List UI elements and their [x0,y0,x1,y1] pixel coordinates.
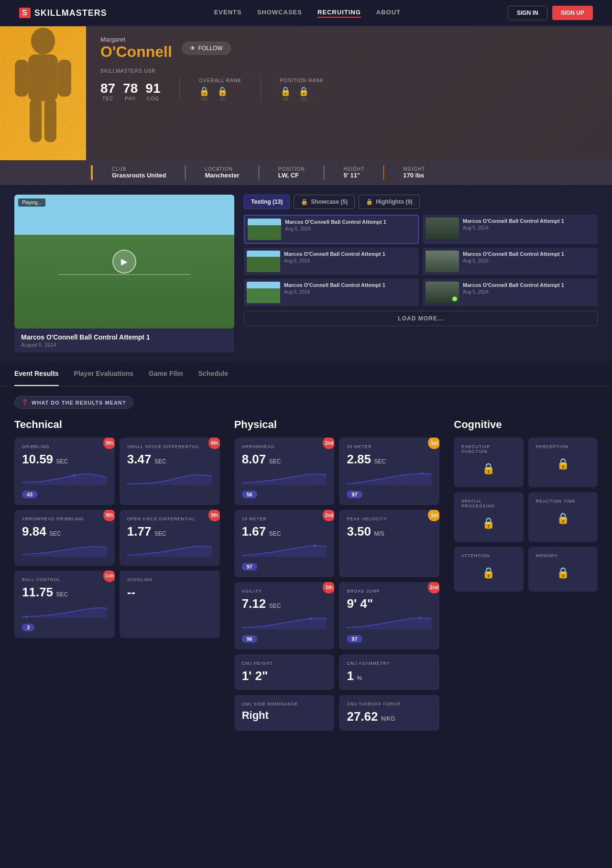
thumb-img-5 [426,282,459,303]
us-label-pos: US [280,97,291,101]
20meter-value: 2.85 [347,452,371,466]
thumb-item-4[interactable]: Marcos O'Connell Ball Control Attempt 1 … [244,279,419,306]
agility-value: 7.12 [242,596,266,611]
20meter-percentile: 97 [347,491,362,498]
ca-label-overall: CA [217,97,228,101]
eye-icon: 👁 [190,45,196,52]
signup-button[interactable]: SIGN UP [552,6,593,20]
memory-lock: 🔒 [536,561,590,585]
tab-testing[interactable]: Testing (13) [244,195,290,209]
20meter-value-row: 2.85 SEC [347,452,432,467]
thumb-item-1[interactable]: Marcos O'Connell Ball Control Attempt 1 … [423,215,598,244]
metric-open-field: 9th OPEN FIELD DIFFERENTIAL 1.77 SEC [120,510,220,566]
arrowhead-unit: SEC [269,458,281,465]
thumb-title-4: Marcos O'Connell Ball Control Attempt 1 [284,282,416,288]
overall-rank-items: 🔒 US 🔒 CA [199,86,241,101]
rank-badge-20meter: 1st [428,438,439,449]
dribbling-chart [22,471,107,485]
thumb-item-3[interactable]: Marcos O'Connell Ball Control Attempt 1 … [423,248,598,275]
cognitive-title: Cognitive [454,418,598,431]
tab-highlights[interactable]: 🔒 Highlights (9) [359,195,420,209]
lock-icon-showcase: 🔒 [301,198,308,205]
thumb-title-0: Marcos O'Connell Ball Control Attempt 1 [285,219,415,225]
us-label-overall: US [199,97,209,101]
perception-label: PERCEPTION [536,444,590,449]
perception-lock: 🔒 [536,452,590,476]
cog-value: 91 [145,81,160,96]
rank-badge-arrowhead: 2nd [323,438,334,449]
attention-lock: 🔒 [461,561,515,585]
cmj-height-label: CMJ HEIGHT [242,661,327,666]
video-player[interactable]: Playing... ▶ [14,195,234,329]
thumb-item-0[interactable]: Marcos O'Connell Ball Control Attempt 1 … [244,215,419,244]
hero-banner: Margaret O'Connell 👁 FOLLOW SKILLMASTERS… [0,26,612,185]
peak-velocity-value: 3.50 [347,524,371,538]
nav-events[interactable]: EVENTS [214,9,242,18]
overall-rank-label: OVERALL RANK [199,78,241,83]
follow-button[interactable]: 👁 FOLLOW [182,42,231,55]
signin-button[interactable]: SIGN IN [508,6,547,20]
metric-10meter: 2nd 10 METER 1.67 SEC 97 [234,510,335,577]
thumb-info-3: Marcos O'Connell Ball Control Attempt 1 … [463,251,595,264]
tab-schedule[interactable]: Schedule [198,362,228,386]
rank-badge-dribbling: 9th [103,438,115,449]
lock-icon-ca-pos: 🔒 [298,86,309,97]
thumb-item-2[interactable]: Marcos O'Connell Ball Control Attempt 1 … [244,248,419,275]
what-means-label: WHAT DO THE RESULTS MEAN? [32,400,126,406]
video-title: Marcos O'Connell Ball Control Attempt 1 [21,333,228,341]
dribbling-value: 10.59 [22,452,53,466]
physical-title: Physical [234,418,440,431]
20meter-chart [347,471,432,485]
cmj-side-value: Right [242,709,269,721]
thumb-img-4 [247,282,280,303]
svg-point-7 [25,615,28,618]
cmj-asymmetry-value-row: 1 % [347,669,432,683]
dribbling-unit: SEC [56,458,68,465]
dribbling-label: DRIBBLING [22,444,107,449]
rank-ca: 🔒 CA [217,86,228,101]
nav-recruiting[interactable]: RECRUITING [317,9,361,18]
thumb-img-2 [247,251,280,272]
10meter-chart [242,543,327,557]
video-main: Playing... ▶ Marcos O'Connell Ball Contr… [14,195,234,352]
tab-player-evaluations[interactable]: Player Evaluations [74,362,134,386]
tab-game-film[interactable]: Game Film [149,362,183,386]
video-container: Playing... ▶ Marcos O'Connell Ball Contr… [14,195,598,352]
arrowhead-drib-value-row: 9.84 SEC [22,524,107,539]
rank-us: 🔒 US [199,86,209,101]
metric-cmj-takeoff: CMJ TAKEOFF FORCE 27.62 N/KG [339,695,439,731]
arrowhead-value-row: 8.07 SEC [242,452,327,467]
logo[interactable]: S SKILLMASTERS [19,8,107,18]
results-section: ❓ WHAT DO THE RESULTS MEAN? Technical 9t… [0,386,612,750]
tab-event-results[interactable]: Event Results [14,362,59,386]
technical-category: Technical 9th DRIBBLING 10.59 SEC [14,418,220,638]
cog-label: COG [145,96,160,101]
arrowhead-drib-chart [22,543,107,557]
indicator-dot [452,297,457,301]
small-space-value: 3.47 [127,452,152,466]
small-space-chart [127,471,212,485]
juggling-value: -- [127,585,212,600]
play-button[interactable]: ▶ [112,250,136,274]
tab-showcase[interactable]: 🔒 Showcase (5) [294,195,355,209]
ca-label-pos: CA [298,97,309,101]
thumb-title-3: Marcos O'Connell Ball Control Attempt 1 [463,251,595,257]
pos-rank-us: 🔒 US [280,86,291,101]
broad-jump-value: 9' 4" [347,596,373,611]
20meter-label: 20 METER [347,444,432,449]
navbar: S SKILLMASTERS EVENTS SHOWCASES RECRUITI… [0,0,612,26]
what-means-button[interactable]: ❓ WHAT DO THE RESULTS MEAN? [14,396,133,409]
20meter-unit: SEC [374,458,386,465]
svg-point-11 [419,616,422,619]
broad-jump-label: BROAD JUMP [347,589,432,593]
cmj-asymmetry-label: CMJ ASYMMETRY [347,661,432,666]
small-space-value-row: 3.47 SEC [127,452,212,467]
thumb-info-5: Marcos O'Connell Ball Control Attempt 1 … [463,282,595,295]
broad-jump-percentile: 97 [347,635,362,643]
thumb-item-5[interactable]: Marcos O'Connell Ball Control Attempt 1 … [423,279,598,306]
nav-showcases[interactable]: SHOWCASES [257,9,302,18]
nav-about[interactable]: ABOUT [376,9,401,18]
video-sidebar: Testing (13) 🔒 Showcase (5) 🔒 Highlights… [244,195,598,352]
load-more-button[interactable]: LOAD MORE... [244,311,598,326]
thumb-img-0 [248,219,281,240]
